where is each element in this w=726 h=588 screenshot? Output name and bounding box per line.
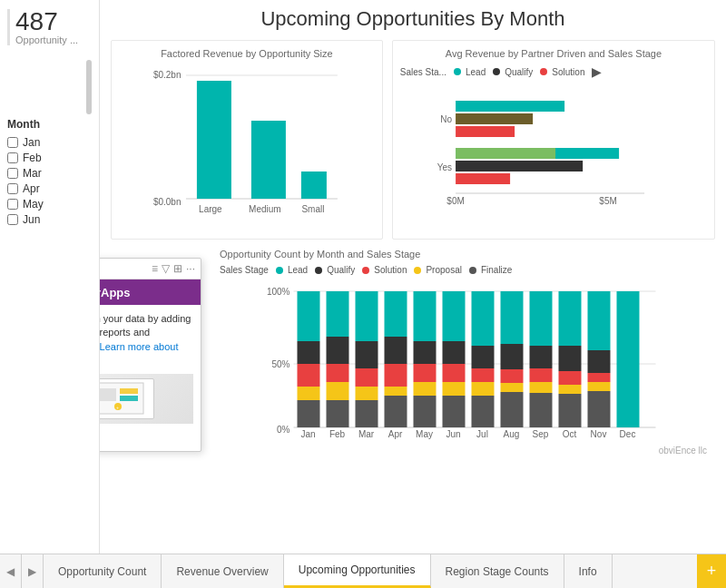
svg-rect-61 <box>414 291 437 341</box>
chart3-svg: 100% 50% 0% <box>220 279 711 446</box>
tab-info[interactable]: Info <box>564 554 613 588</box>
svg-rect-45 <box>327 364 349 382</box>
popup-expand-icon[interactable]: ⊞ <box>173 262 182 275</box>
qualify-dot <box>493 68 500 75</box>
svg-rect-15 <box>456 173 510 184</box>
svg-text:Dec: Dec <box>620 429 636 439</box>
chart-avg-revenue: Avg Revenue by Partner Driven and Sales … <box>392 40 715 240</box>
svg-rect-98 <box>588 350 611 373</box>
checkbox-jan[interactable] <box>7 137 18 148</box>
svg-rect-27 <box>120 388 138 394</box>
popup-step: Step 1 <box>100 429 193 445</box>
svg-rect-88 <box>530 382 553 393</box>
charts-top-row: Factored Revenue by Opportunity Size $0.… <box>111 40 715 240</box>
svg-text:Sep: Sep <box>533 429 549 439</box>
svg-rect-65 <box>414 396 437 427</box>
chart2-title: Avg Revenue by Partner Driven and Sales … <box>400 48 707 59</box>
svg-rect-63 <box>414 364 437 382</box>
svg-text:$5M: $5M <box>599 196 616 206</box>
svg-rect-41 <box>298 400 320 427</box>
bar-medium <box>251 121 286 199</box>
svg-rect-69 <box>443 364 466 382</box>
chart3-legend: Sales Stage Lead Qualify Solution Propos… <box>220 265 711 275</box>
svg-rect-26 <box>100 388 116 401</box>
legend-qualify: Qualify <box>493 67 533 77</box>
svg-rect-103 <box>617 291 640 427</box>
legend3-solution: Solution <box>362 265 407 275</box>
watermark: obviEnce llc <box>659 446 707 456</box>
svg-rect-16 <box>456 161 583 172</box>
page-title: Upcoming Opportunities By Month <box>111 7 715 31</box>
chart-factored-revenue: Factored Revenue by Opportunity Size $0.… <box>111 40 383 240</box>
svg-text:Jul: Jul <box>476 429 488 439</box>
kpi-number: 487 <box>15 9 92 34</box>
svg-rect-89 <box>530 393 553 427</box>
svg-text:+: + <box>116 405 119 410</box>
main-content: Upcoming Opportunities By Month Factored… <box>100 0 726 554</box>
svg-text:Large: Large <box>199 204 222 214</box>
popup-menu-icon[interactable]: ≡ <box>152 262 158 275</box>
scrollbar[interactable] <box>86 60 92 114</box>
checkbox-may[interactable] <box>7 199 18 210</box>
svg-rect-85 <box>530 291 553 346</box>
checkbox-mar[interactable] <box>7 168 18 179</box>
kpi-label: Opportunity ... <box>15 34 92 45</box>
chart2-legend: Sales Sta... Lead Qualify Solution <box>400 64 707 79</box>
filter-jun[interactable]: Jun <box>7 213 92 226</box>
svg-rect-55 <box>385 291 407 337</box>
svg-rect-73 <box>472 291 495 346</box>
svg-text:Oct: Oct <box>563 429 577 439</box>
svg-rect-39 <box>298 364 320 387</box>
svg-text:Medium: Medium <box>249 204 281 214</box>
svg-rect-9 <box>456 101 564 112</box>
filter-mar[interactable]: Mar <box>7 167 92 180</box>
svg-rect-64 <box>414 382 437 396</box>
popup-more-icon[interactable]: ··· <box>186 262 195 275</box>
popup-toolbar: ≡ ▽ ⊞ ··· <box>100 259 201 279</box>
svg-rect-92 <box>559 346 582 371</box>
legend3-qualify: Qualify <box>315 265 355 275</box>
solution-dot <box>540 68 547 75</box>
svg-rect-91 <box>559 291 582 346</box>
svg-rect-52 <box>356 387 378 400</box>
powerapps-popup[interactable]: ≡ ▽ ⊞ ··· PowerApps Do more with your da… <box>100 258 201 452</box>
svg-rect-87 <box>530 368 553 382</box>
svg-rect-101 <box>588 391 611 427</box>
tab-opportunity-count[interactable]: Opportunity Count <box>44 554 162 588</box>
svg-rect-17 <box>456 148 555 159</box>
tab-next-btn[interactable]: ▶ <box>22 554 44 588</box>
legend-more-icon[interactable]: ▶ <box>592 64 602 79</box>
powerapps-link[interactable]: Learn more about PowerApps. <box>100 341 178 366</box>
svg-text:Nov: Nov <box>591 429 607 439</box>
content-area: 487 Opportunity ... Month Jan Feb Mar Ap… <box>0 0 726 554</box>
svg-text:Jan: Jan <box>300 429 315 439</box>
chart2-svg: No Yes <box>400 84 707 211</box>
svg-rect-97 <box>588 291 611 350</box>
chart-opportunity-count: ≡ ▽ ⊞ ··· PowerApps Do more with your da… <box>111 249 715 457</box>
sidebar: 487 Opportunity ... Month Jan Feb Mar Ap… <box>0 0 100 554</box>
popup-filter-icon[interactable]: ▽ <box>162 262 170 275</box>
legend-solution: Solution <box>540 67 584 77</box>
svg-text:0%: 0% <box>277 425 290 435</box>
tab-add-button[interactable]: + <box>697 554 726 588</box>
tab-prev-btn[interactable]: ◀ <box>0 554 22 588</box>
tab-revenue-overview[interactable]: Revenue Overview <box>162 554 283 588</box>
checkbox-apr[interactable] <box>7 183 18 194</box>
popup-image-inner: + <box>100 378 154 419</box>
filter-feb[interactable]: Feb <box>7 152 92 164</box>
checkbox-feb[interactable] <box>7 152 18 163</box>
kpi-box: 487 Opportunity ... <box>7 9 92 45</box>
tab-region-stage-counts[interactable]: Region Stage Counts <box>431 554 564 588</box>
filter-apr[interactable]: Apr <box>7 182 92 195</box>
tab-upcoming-opportunities[interactable]: Upcoming Opportunities <box>284 554 431 588</box>
svg-text:$0.0bn: $0.0bn <box>153 197 182 207</box>
checkbox-jun[interactable] <box>7 214 18 225</box>
filter-may[interactable]: May <box>7 198 92 211</box>
powerapps-title: PowerApps <box>100 286 131 299</box>
svg-text:$0.2bn: $0.2bn <box>153 70 182 80</box>
svg-text:Aug: Aug <box>504 429 520 439</box>
filter-items: Jan Feb Mar Apr May Jun <box>7 136 92 226</box>
svg-rect-11 <box>456 126 515 137</box>
filter-jan[interactable]: Jan <box>7 136 92 149</box>
svg-rect-71 <box>443 396 466 427</box>
